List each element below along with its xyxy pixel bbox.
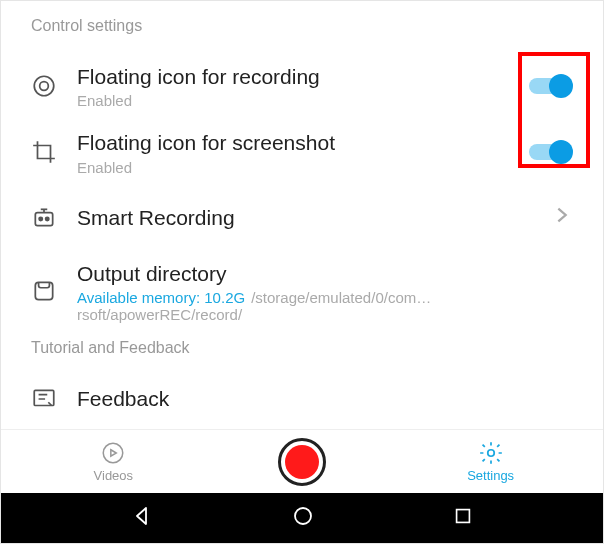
- smart-recording-row[interactable]: Smart Recording: [1, 186, 603, 250]
- record-target-icon: [31, 73, 57, 99]
- floating-recording-sub: Enabled: [77, 92, 529, 109]
- smart-recording-title: Smart Recording: [77, 204, 551, 231]
- crop-icon: [31, 139, 57, 165]
- nav-videos[interactable]: Videos: [53, 440, 173, 483]
- storage-icon: [31, 278, 57, 304]
- output-directory-row[interactable]: Output directory Available memory: 10.2G…: [1, 250, 603, 333]
- nav-videos-label: Videos: [94, 468, 134, 483]
- feedback-row[interactable]: Feedback: [1, 375, 603, 412]
- svg-point-3: [39, 217, 42, 220]
- svg-point-1: [40, 82, 49, 91]
- floating-screenshot-title: Floating icon for screenshot: [77, 129, 529, 156]
- back-icon[interactable]: [130, 504, 154, 532]
- floating-screenshot-sub: Enabled: [77, 159, 529, 176]
- output-directory-sub: Available memory: 10.2G/storage/emulated…: [77, 289, 573, 323]
- floating-recording-title: Floating icon for recording: [77, 63, 529, 90]
- output-directory-title: Output directory: [77, 260, 573, 287]
- available-memory-text: Available memory: 10.2G: [77, 289, 245, 306]
- svg-point-9: [295, 508, 311, 524]
- svg-rect-10: [457, 510, 470, 523]
- svg-point-8: [487, 450, 494, 457]
- nav-settings[interactable]: Settings: [431, 440, 551, 483]
- feedback-title: Feedback: [77, 385, 169, 412]
- record-dot-icon: [285, 445, 319, 479]
- floating-icon-recording-row[interactable]: Floating icon for recording Enabled: [1, 53, 603, 119]
- svg-rect-2: [35, 212, 52, 225]
- settings-gear-icon: [478, 440, 504, 466]
- record-button[interactable]: [278, 438, 326, 486]
- robot-icon: [31, 205, 57, 231]
- svg-rect-6: [34, 390, 54, 405]
- recent-apps-icon[interactable]: [452, 505, 474, 531]
- tutorial-feedback-header: Tutorial and Feedback: [1, 333, 603, 375]
- bottom-nav: Videos Settings: [1, 429, 603, 493]
- svg-point-4: [46, 217, 49, 220]
- home-icon[interactable]: [291, 504, 315, 532]
- play-circle-icon: [100, 440, 126, 466]
- nav-settings-label: Settings: [467, 468, 514, 483]
- control-settings-header: Control settings: [1, 11, 603, 53]
- svg-point-7: [104, 443, 124, 463]
- floating-recording-toggle[interactable]: [529, 74, 573, 98]
- chevron-right-icon: [551, 202, 573, 233]
- floating-screenshot-toggle[interactable]: [529, 140, 573, 164]
- svg-point-0: [34, 76, 54, 96]
- feedback-icon: [31, 386, 57, 412]
- system-nav-bar: [1, 493, 603, 543]
- floating-icon-screenshot-row[interactable]: Floating icon for screenshot Enabled: [1, 119, 603, 185]
